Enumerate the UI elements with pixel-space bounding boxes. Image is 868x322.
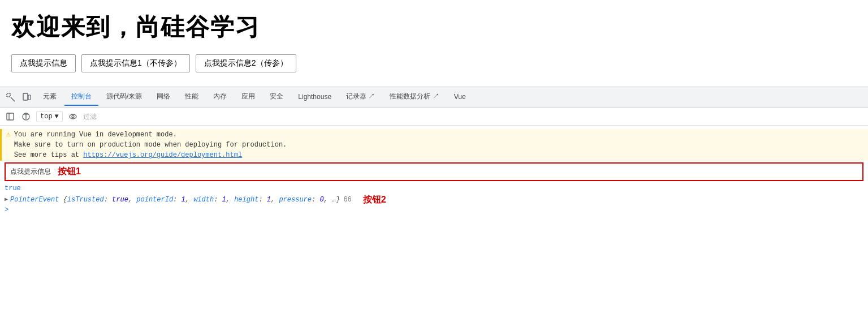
clear-console-btn[interactable] <box>20 111 32 122</box>
svg-line-1 <box>11 97 15 101</box>
btn-no-param[interactable]: 点我提示信息1（不传参） <box>81 54 190 72</box>
tab-sources[interactable]: 源代码/来源 <box>100 88 149 106</box>
svg-rect-4 <box>7 113 14 120</box>
btn2-label: 按钮2 <box>363 195 386 205</box>
tab-elements[interactable]: 元素 <box>36 88 63 106</box>
tab-security[interactable]: 安全 <box>263 88 290 106</box>
pointer-event-line: ▶ PointerEvent {isTrusted: true, pointer… <box>0 194 868 205</box>
console-count: 66 <box>343 195 351 205</box>
warning-icon: ⚠ <box>6 130 11 140</box>
vue-warning-line: ⚠ You are running Vue in development mod… <box>0 129 868 161</box>
svg-point-10 <box>72 115 74 118</box>
eye-icon-btn[interactable] <box>67 111 79 122</box>
svg-point-9 <box>70 114 76 119</box>
devtools-tab-bar: 元素 控制台 源代码/来源 网络 性能 内存 应用 安全 Lighthouse … <box>0 87 868 108</box>
tab-lighthouse[interactable]: Lighthouse <box>291 89 338 105</box>
filter-input[interactable] <box>83 113 863 121</box>
tab-network[interactable]: 网络 <box>150 88 177 106</box>
console-prompt-line[interactable]: > <box>0 205 868 214</box>
true-line: true <box>0 183 868 194</box>
console-output: ⚠ You are running Vue in development mod… <box>0 126 868 239</box>
inspect-icon[interactable] <box>5 91 17 104</box>
svg-rect-2 <box>23 93 28 100</box>
page-title: 欢迎来到，尚硅谷学习 <box>11 11 857 43</box>
tab-recorder[interactable]: 记录器 ↗ <box>339 88 382 106</box>
expand-icon[interactable]: ▶ <box>5 195 8 205</box>
tab-performance[interactable]: 性能 <box>178 88 205 106</box>
context-selector[interactable]: top ▼ <box>36 111 63 122</box>
console-chinese-text: 点我提示信息 <box>10 167 51 177</box>
vue-warning-text: You are running Vue in development mode.… <box>14 130 287 160</box>
tab-perf-insight[interactable]: 性能数据分析 ↗ <box>383 88 446 106</box>
pointer-event-text: PointerEvent {isTrusted: true, pointerId… <box>10 195 340 205</box>
svg-rect-0 <box>7 93 10 97</box>
console-toolbar: top ▼ <box>0 108 868 126</box>
btn-show-info[interactable]: 点我提示信息 <box>11 54 76 72</box>
tab-memory[interactable]: 内存 <box>206 88 234 106</box>
sidebar-toggle-btn[interactable] <box>5 111 16 122</box>
chevron-icon: > <box>5 206 8 214</box>
devtools-panel: 元素 控制台 源代码/来源 网络 性能 内存 应用 安全 Lighthouse … <box>0 87 868 239</box>
vue-deployment-link[interactable]: https://vuejs.org/guide/deployment.html <box>83 151 242 159</box>
page-area: 欢迎来到，尚硅谷学习 点我提示信息 点我提示信息1（不传参） 点我提示信息2（传… <box>0 0 868 87</box>
tab-console[interactable]: 控制台 <box>64 88 98 106</box>
btn1-label: 按钮1 <box>58 166 81 178</box>
tab-vue[interactable]: Vue <box>447 89 473 105</box>
tab-application[interactable]: 应用 <box>235 88 262 106</box>
context-label: top <box>40 113 53 121</box>
button-row: 点我提示信息 点我提示信息1（不传参） 点我提示信息2（传参） <box>11 54 857 72</box>
console-true-val: true <box>5 183 21 194</box>
device-icon[interactable] <box>20 91 33 104</box>
dropdown-arrow-icon: ▼ <box>55 113 59 121</box>
btn-with-param[interactable]: 点我提示信息2（传参） <box>196 54 296 72</box>
svg-rect-3 <box>28 95 31 100</box>
outlined-log-box: 点我提示信息 按钮1 <box>5 162 863 181</box>
